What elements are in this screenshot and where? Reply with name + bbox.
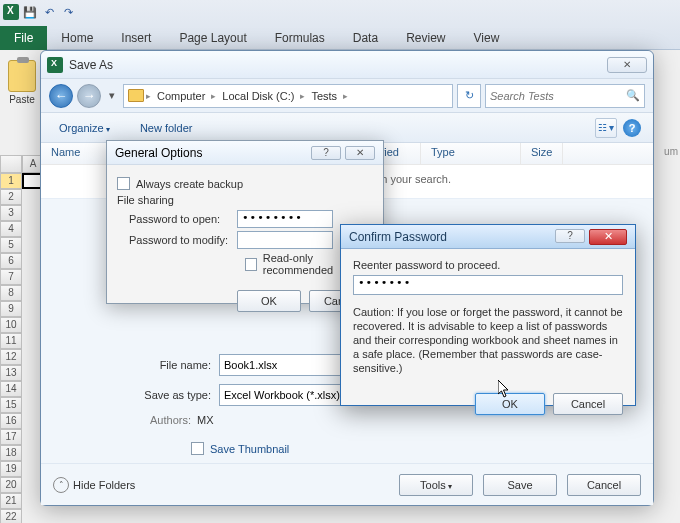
dialog-titlebar[interactable]: General Options ? ✕ xyxy=(107,141,383,165)
column-header-size[interactable]: Size xyxy=(521,143,563,164)
save-type-label: Save as type: xyxy=(131,389,219,401)
tab-page-layout[interactable]: Page Layout xyxy=(165,26,260,50)
row-header[interactable]: 20 xyxy=(0,477,22,493)
row-header[interactable]: 10 xyxy=(0,317,22,333)
chevron-up-icon: ˄ xyxy=(53,477,69,493)
password-open-label: Password to open: xyxy=(129,213,237,225)
back-button[interactable]: ← xyxy=(49,84,73,108)
confirm-password-input[interactable]: ••••••• xyxy=(353,275,623,295)
organize-menu[interactable]: Organize xyxy=(53,118,116,138)
row-header[interactable]: 1 xyxy=(0,173,22,189)
row-header[interactable]: 21 xyxy=(0,493,22,509)
file-sharing-label: File sharing xyxy=(117,194,373,206)
file-tab[interactable]: File xyxy=(0,26,47,50)
cancel-button[interactable]: Cancel xyxy=(567,474,641,496)
row-header[interactable]: 18 xyxy=(0,445,22,461)
row-header[interactable]: 6 xyxy=(0,253,22,269)
row-header[interactable]: 14 xyxy=(0,381,22,397)
folder-icon xyxy=(128,89,144,102)
row-header[interactable]: 4 xyxy=(0,221,22,237)
tab-view[interactable]: View xyxy=(460,26,514,50)
row-header[interactable]: 15 xyxy=(0,397,22,413)
ribbon: 💾 ↶ ↷ File Home Insert Page Layout Formu… xyxy=(0,0,680,50)
help-button[interactable]: ? xyxy=(555,229,585,243)
chevron-right-icon[interactable]: ▸ xyxy=(146,91,151,101)
cancel-button[interactable]: Cancel xyxy=(553,393,623,415)
close-button[interactable]: ✕ xyxy=(345,146,375,160)
row-header[interactable]: 7 xyxy=(0,269,22,285)
row-header[interactable]: 3 xyxy=(0,205,22,221)
file-name-label: File name: xyxy=(131,359,219,371)
reenter-prompt: Reenter password to proceed. xyxy=(353,259,623,271)
toolbar: Organize New folder ☷ ▾ ? xyxy=(41,113,653,143)
undo-icon[interactable]: ↶ xyxy=(41,4,57,20)
save-thumbnail-checkbox[interactable] xyxy=(191,442,204,455)
row-header[interactable]: 2 xyxy=(0,189,22,205)
select-all-corner[interactable] xyxy=(0,155,22,173)
search-box[interactable]: 🔍 xyxy=(485,84,645,108)
dialog-title: Confirm Password xyxy=(349,230,447,244)
password-modify-input[interactable] xyxy=(237,231,333,249)
close-button[interactable]: ✕ xyxy=(589,229,627,245)
worksheet-grid[interactable]: A 1 2 3 4 5 6 7 8 9 10 11 12 13 14 15 16… xyxy=(0,155,45,523)
help-icon[interactable]: ? xyxy=(623,119,641,137)
row-header[interactable]: 9 xyxy=(0,301,22,317)
search-icon[interactable]: 🔍 xyxy=(626,89,640,102)
tab-formulas[interactable]: Formulas xyxy=(261,26,339,50)
dialog-title: Save As xyxy=(69,58,113,72)
always-backup-label: Always create backup xyxy=(136,178,243,190)
view-options-button[interactable]: ☷ ▾ xyxy=(595,118,617,138)
forward-button[interactable]: → xyxy=(77,84,101,108)
close-button[interactable]: ✕ xyxy=(607,57,647,73)
authors-value[interactable]: MX xyxy=(197,414,214,426)
help-button[interactable]: ? xyxy=(311,146,341,160)
authors-label: Authors: xyxy=(131,414,191,426)
tab-review[interactable]: Review xyxy=(392,26,459,50)
row-header[interactable]: 12 xyxy=(0,349,22,365)
ok-button[interactable]: OK xyxy=(475,393,545,415)
always-backup-checkbox[interactable] xyxy=(117,177,130,190)
paste-button[interactable]: Paste xyxy=(2,60,42,105)
column-header-type[interactable]: Type xyxy=(421,143,521,164)
row-header[interactable]: 5 xyxy=(0,237,22,253)
chevron-right-icon[interactable]: ▸ xyxy=(343,91,348,101)
password-modify-label: Password to modify: xyxy=(129,234,237,246)
tools-menu[interactable]: Tools xyxy=(399,474,473,496)
redo-icon[interactable]: ↷ xyxy=(60,4,76,20)
history-dropdown[interactable]: ▾ xyxy=(105,84,119,108)
quick-access-toolbar: 💾 ↶ ↷ xyxy=(3,2,76,22)
tab-data[interactable]: Data xyxy=(339,26,392,50)
new-folder-button[interactable]: New folder xyxy=(134,118,199,138)
refresh-button[interactable]: ↻ xyxy=(457,84,481,108)
row-header[interactable]: 16 xyxy=(0,413,22,429)
breadcrumb[interactable]: ▸ Computer ▸ Local Disk (C:) ▸ Tests ▸ xyxy=(123,84,453,108)
password-open-input[interactable]: •••••••• xyxy=(237,210,333,228)
chevron-right-icon[interactable]: ▸ xyxy=(211,91,216,101)
breadcrumb-item[interactable]: Tests xyxy=(307,90,341,102)
clipboard-icon xyxy=(8,60,36,92)
save-thumbnail-label: Save Thumbnail xyxy=(210,443,289,455)
save-icon[interactable]: 💾 xyxy=(22,4,38,20)
dialog-titlebar[interactable]: Save As ✕ xyxy=(41,51,653,79)
row-header[interactable]: 17 xyxy=(0,429,22,445)
breadcrumb-item[interactable]: Computer xyxy=(153,90,209,102)
ok-button[interactable]: OK xyxy=(237,290,301,312)
read-only-checkbox[interactable] xyxy=(245,258,257,271)
save-button[interactable]: Save xyxy=(483,474,557,496)
breadcrumb-item[interactable]: Local Disk (C:) xyxy=(218,90,298,102)
truncated-text: um xyxy=(664,146,678,157)
paste-label: Paste xyxy=(2,94,42,105)
row-header[interactable]: 13 xyxy=(0,365,22,381)
search-input[interactable] xyxy=(490,90,620,102)
tab-insert[interactable]: Insert xyxy=(107,26,165,50)
row-header[interactable]: 22 xyxy=(0,509,22,523)
hide-folders-toggle[interactable]: ˄ Hide Folders xyxy=(53,477,135,493)
chevron-right-icon[interactable]: ▸ xyxy=(300,91,305,101)
row-header[interactable]: 11 xyxy=(0,333,22,349)
excel-icon xyxy=(3,4,19,20)
row-header[interactable]: 19 xyxy=(0,461,22,477)
tab-home[interactable]: Home xyxy=(47,26,107,50)
dialog-titlebar[interactable]: Confirm Password ? ✕ xyxy=(341,225,635,249)
confirm-password-dialog: Confirm Password ? ✕ Reenter password to… xyxy=(340,224,636,406)
row-header[interactable]: 8 xyxy=(0,285,22,301)
